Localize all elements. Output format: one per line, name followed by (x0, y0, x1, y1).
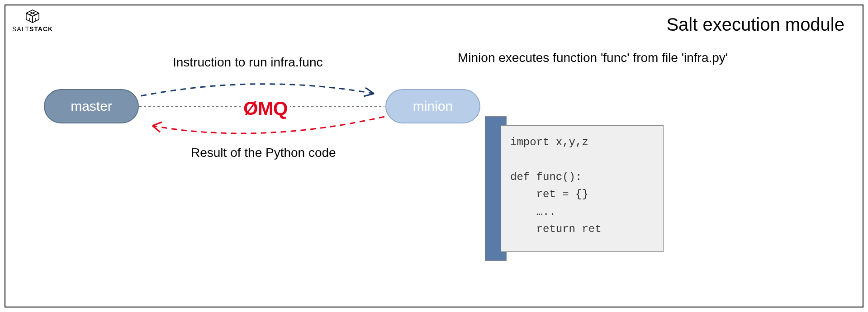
logo-text-bold: STACK (29, 25, 53, 33)
saltstack-cube-icon (24, 9, 42, 24)
arrows-svg (5, 5, 864, 308)
logo-text: SALTSTACK (12, 25, 53, 33)
logo-text-thin: SALT (12, 25, 29, 33)
master-node: master (44, 89, 139, 123)
result-arrow-head (152, 122, 162, 132)
saltstack-logo: SALTSTACK (12, 9, 53, 33)
code-box: import x,y,z def func(): ret = {} ….. re… (501, 125, 664, 252)
label-minion-exec: Minion executes function 'func' from fil… (458, 51, 728, 65)
minion-label: minion (413, 99, 453, 114)
zeromq-label: ØMQ (241, 98, 290, 119)
diagram-title: Salt execution module (666, 14, 844, 35)
instruction-arrow-path (141, 84, 374, 96)
diagram-frame: SALTSTACK Salt execution module Instruct… (5, 5, 863, 307)
instruction-arrow-head (364, 88, 374, 96)
label-result: Result of the Python code (191, 146, 336, 160)
master-label: master (71, 99, 112, 114)
minion-node: minion (385, 89, 480, 123)
label-instruction: Instruction to run infra.func (173, 55, 323, 70)
